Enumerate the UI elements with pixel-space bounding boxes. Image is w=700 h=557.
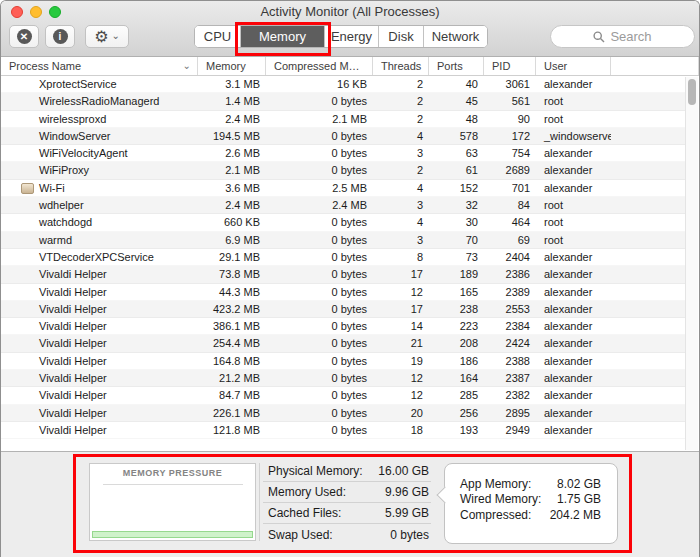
- cell-memory: 2.4 MB: [198, 111, 266, 128]
- tab-energy[interactable]: Energy: [324, 26, 378, 47]
- cell-text: 19: [411, 355, 423, 367]
- cell-filler: [611, 318, 687, 335]
- cell-ports: 152: [429, 180, 484, 197]
- cell-compressed: 0 bytes: [266, 145, 373, 162]
- cell-memory: 121.8 MB: [198, 422, 266, 439]
- table-row[interactable]: Wi-Fi3.6 MB2.5 MB4152701alexander: [1, 180, 687, 197]
- table-row[interactable]: Vivaldi Helper423.2 MB0 bytes172382553al…: [1, 301, 687, 318]
- cell-text: alexander: [544, 286, 592, 298]
- cell-compressed: 0 bytes: [266, 249, 373, 266]
- table-row[interactable]: XprotectService3.1 MB16 KB2403061alexand…: [1, 76, 687, 93]
- cell-text: 0 bytes: [332, 424, 367, 436]
- cell-ports: 73: [429, 249, 484, 266]
- table-row[interactable]: Vivaldi Helper84.7 MB0 bytes122852382ale…: [1, 387, 687, 404]
- cell-user: root: [536, 197, 611, 214]
- cell-text: 69: [518, 234, 530, 246]
- cell-pid: 2895: [484, 405, 536, 422]
- table-row[interactable]: WirelessRadioManagerd1.4 MB0 bytes245561…: [1, 93, 687, 110]
- stat-row-wired-memory: Wired Memory:1.75 GB: [460, 492, 601, 508]
- settings-menu-button[interactable]: ⚙ ⌄: [85, 25, 129, 48]
- cell-threads: 3: [373, 145, 429, 162]
- cell-text: 2949: [506, 424, 530, 436]
- cell-filler: [611, 197, 687, 214]
- cell-name: WiFiProxy: [1, 162, 198, 179]
- column-header-user[interactable]: User: [536, 57, 611, 75]
- cell-text: 2: [417, 78, 423, 90]
- column-header-memory[interactable]: Memory: [198, 57, 266, 75]
- search-field[interactable]: Search: [550, 25, 695, 48]
- table-row[interactable]: Vivaldi Helper73.8 MB0 bytes171892386ale…: [1, 266, 687, 283]
- cell-text: 3: [417, 199, 423, 211]
- cell-user: alexander: [536, 284, 611, 301]
- cell-name: watchdogd: [1, 214, 198, 231]
- cell-text: 4: [417, 216, 423, 228]
- table-row[interactable]: Vivaldi Helper254.4 MB0 bytes212082424al…: [1, 335, 687, 352]
- cell-ports: 223: [429, 318, 484, 335]
- tab-disk[interactable]: Disk: [378, 26, 423, 47]
- cell-text: 6.9 MB: [225, 234, 260, 246]
- cell-name: WindowServer: [1, 128, 198, 145]
- cell-name: wdhelper: [1, 197, 198, 214]
- cell-memory: 2.4 MB: [198, 197, 266, 214]
- column-header-compressed-m[interactable]: Compressed M…: [266, 57, 373, 75]
- table-row[interactable]: watchdogd660 KB0 bytes430464root: [1, 214, 687, 231]
- stat-value: 1.75 GB: [557, 492, 601, 506]
- table-row[interactable]: Vivaldi Helper44.3 MB0 bytes121652389ale…: [1, 284, 687, 301]
- cell-name: Vivaldi Helper: [1, 335, 198, 352]
- cell-pid: 69: [484, 232, 536, 249]
- tab-memory[interactable]: Memory: [240, 26, 324, 47]
- table-row[interactable]: VTDecoderXPCService29.1 MB0 bytes8732404…: [1, 249, 687, 266]
- cell-text: 0 bytes: [332, 251, 367, 263]
- table-row[interactable]: warmd6.9 MB0 bytes37069root: [1, 232, 687, 249]
- table-row[interactable]: Vivaldi Helper386.1 MB0 bytes142232384al…: [1, 318, 687, 335]
- table-row[interactable]: WindowServer194.5 MB0 bytes4578172_windo…: [1, 128, 687, 145]
- cell-name: Vivaldi Helper: [1, 284, 198, 301]
- table-row[interactable]: Vivaldi Helper21.2 MB0 bytes121642387ale…: [1, 370, 687, 387]
- table-row[interactable]: wdhelper2.4 MB2.4 MB33284root: [1, 197, 687, 214]
- column-header-process-name[interactable]: Process Name⌄: [1, 57, 198, 75]
- column-header-pid[interactable]: PID: [484, 57, 536, 75]
- activity-monitor-window: Activity Monitor (All Processes) ✕ i ⚙ ⌄…: [0, 0, 700, 557]
- memory-pressure-bar: [92, 531, 253, 538]
- cell-text: WiFiVelocityAgent: [39, 147, 128, 159]
- quit-process-button[interactable]: ✕: [9, 25, 39, 48]
- column-header-threads[interactable]: Threads: [373, 57, 429, 75]
- table-row[interactable]: Vivaldi Helper226.1 MB0 bytes202562895al…: [1, 405, 687, 422]
- cell-pid: 2387: [484, 370, 536, 387]
- table-row[interactable]: Vivaldi Helper164.8 MB0 bytes191862388al…: [1, 353, 687, 370]
- tab-cpu[interactable]: CPU: [195, 26, 240, 47]
- cell-threads: 12: [373, 284, 429, 301]
- inspect-process-button[interactable]: i: [45, 25, 75, 48]
- memory-stats-column: Physical Memory:16.00 GBMemory Used:9.96…: [263, 461, 431, 545]
- window-chrome: Activity Monitor (All Processes) ✕ i ⚙ ⌄…: [1, 1, 699, 57]
- table-row[interactable]: WiFiProxy2.1 MB0 bytes2612689alexander: [1, 162, 687, 179]
- cell-text: 3.6 MB: [225, 182, 260, 194]
- cell-text: alexander: [544, 407, 592, 419]
- stat-row-physical-memory: Physical Memory:16.00 GB: [263, 461, 431, 482]
- table-row[interactable]: Vivaldi Helper121.8 MB0 bytes181932949al…: [1, 422, 687, 439]
- tab-network[interactable]: Network: [423, 26, 487, 47]
- cell-compressed: 0 bytes: [266, 232, 373, 249]
- column-header-label: User: [544, 60, 567, 72]
- cell-text: 2.1 MB: [332, 113, 367, 125]
- cell-text: 4: [417, 182, 423, 194]
- stat-row-app-memory: App Memory:8.02 GB: [460, 476, 601, 492]
- cell-user: alexander: [536, 145, 611, 162]
- cell-text: 70: [466, 234, 478, 246]
- scrollbar-thumb[interactable]: [688, 79, 696, 105]
- cell-threads: 4: [373, 128, 429, 145]
- stat-value: 204.2 MB: [550, 508, 601, 522]
- search-placeholder: Search: [610, 29, 651, 44]
- stat-row-swap-used: Swap Used:0 bytes: [263, 524, 431, 545]
- cell-text: 2384: [506, 320, 530, 332]
- column-header-ports[interactable]: Ports: [429, 57, 484, 75]
- cell-compressed: 0 bytes: [266, 93, 373, 110]
- cell-text: 18: [411, 424, 423, 436]
- cell-text: 0 bytes: [332, 95, 367, 107]
- scrollbar-track[interactable]: [685, 77, 698, 450]
- table-row[interactable]: wirelessproxd2.4 MB2.1 MB24890root: [1, 111, 687, 128]
- cell-memory: 44.3 MB: [198, 284, 266, 301]
- cell-filler: [611, 405, 687, 422]
- cell-name: Vivaldi Helper: [1, 370, 198, 387]
- table-row[interactable]: WiFiVelocityAgent2.6 MB0 bytes363754alex…: [1, 145, 687, 162]
